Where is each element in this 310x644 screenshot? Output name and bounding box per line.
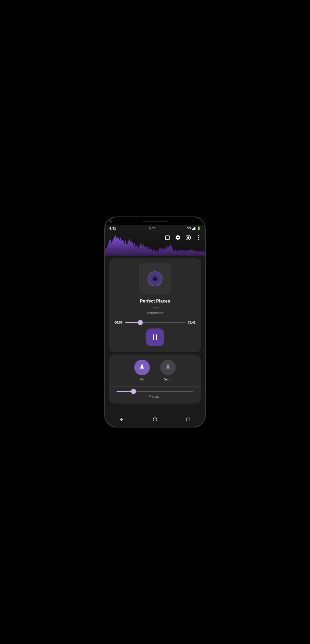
progress-row: 00:57 03:42 bbox=[114, 321, 196, 324]
record-label: Record bbox=[163, 377, 173, 381]
back-button[interactable] bbox=[117, 414, 127, 425]
settings-button[interactable] bbox=[174, 233, 182, 242]
progress-thumb[interactable] bbox=[138, 320, 143, 325]
nav-bar bbox=[105, 413, 205, 427]
progress-fill bbox=[125, 322, 140, 323]
controls-card: Mic Record Mic bbox=[109, 354, 201, 404]
pause-button[interactable] bbox=[146, 328, 164, 346]
mic-gain-label: Mic gain bbox=[114, 394, 196, 398]
artist-name: Lorde bbox=[146, 305, 163, 311]
mic-button[interactable] bbox=[134, 360, 150, 375]
track-artist-album: Lorde Melodrama bbox=[146, 305, 163, 316]
record-indicator-button[interactable] bbox=[184, 233, 192, 242]
player-card: Perfect Places Lorde Melodrama 00:57 03:… bbox=[109, 258, 201, 352]
signal-icon bbox=[192, 227, 196, 230]
battery-icon: 🔋 bbox=[197, 226, 201, 230]
more-menu-button[interactable] bbox=[194, 233, 203, 242]
svg-point-4 bbox=[198, 237, 199, 238]
pause-icon bbox=[153, 334, 157, 340]
album-art bbox=[139, 263, 171, 294]
waveform-area bbox=[105, 231, 205, 256]
divider bbox=[109, 386, 201, 387]
recents-button[interactable] bbox=[183, 414, 193, 425]
notification-icons: 🔌 🛡 bbox=[148, 227, 155, 230]
track-title: Perfect Places bbox=[140, 299, 170, 304]
album-name: Melodrama bbox=[146, 311, 163, 316]
current-time: 00:57 bbox=[114, 321, 123, 324]
controls-buttons-row: Mic Record bbox=[114, 360, 196, 381]
record-button[interactable] bbox=[160, 360, 176, 375]
record-button-group: Record bbox=[160, 360, 176, 381]
front-camera bbox=[109, 220, 112, 223]
status-bar: 4:31 🔌 🛡 3G 🔋 bbox=[105, 225, 205, 231]
window-button[interactable] bbox=[163, 233, 172, 242]
status-time: 4:31 bbox=[109, 226, 116, 230]
mic-button-group: Mic bbox=[134, 360, 150, 381]
svg-point-5 bbox=[198, 239, 199, 240]
gain-thumb[interactable] bbox=[131, 389, 136, 394]
svg-point-8 bbox=[154, 278, 156, 280]
notification-icon-2: 🛡 bbox=[152, 227, 155, 230]
mic-label: Mic bbox=[139, 377, 145, 381]
app-content: Perfect Places Lorde Melodrama 00:57 03:… bbox=[105, 231, 205, 413]
svg-rect-0 bbox=[166, 236, 170, 240]
phone-notch bbox=[105, 217, 205, 225]
svg-rect-10 bbox=[187, 418, 190, 421]
total-time: 03:42 bbox=[187, 321, 196, 324]
notification-icon-1: 🔌 bbox=[148, 227, 151, 230]
home-button[interactable] bbox=[150, 414, 160, 425]
mic-gain-section: Mic gain bbox=[114, 391, 196, 398]
progress-track[interactable] bbox=[125, 322, 185, 323]
status-system-icons: 3G 🔋 bbox=[187, 226, 201, 230]
svg-point-3 bbox=[198, 235, 199, 236]
svg-point-9 bbox=[153, 418, 157, 421]
network-label: 3G bbox=[187, 227, 191, 230]
gain-track[interactable] bbox=[117, 391, 193, 392]
svg-point-2 bbox=[187, 237, 189, 238]
phone-frame: 4:31 🔌 🛡 3G 🔋 bbox=[104, 217, 206, 427]
speaker-grill bbox=[143, 221, 167, 222]
toolbar bbox=[163, 233, 203, 242]
gain-fill bbox=[117, 391, 133, 392]
